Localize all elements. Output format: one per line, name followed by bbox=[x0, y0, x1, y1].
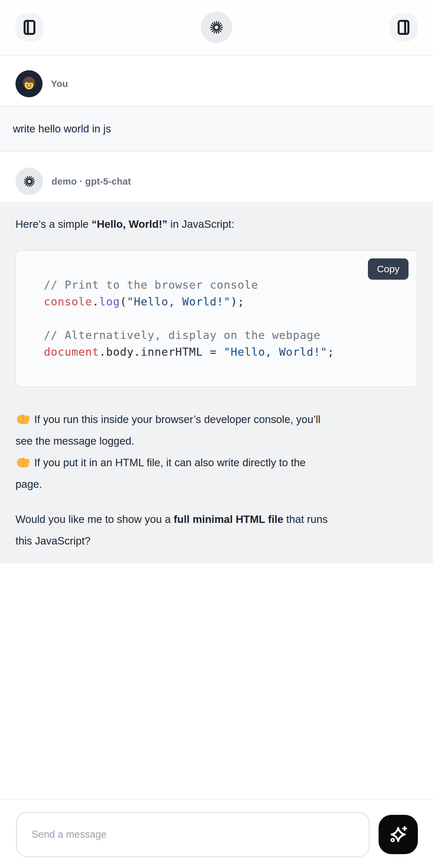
pointing-right-emoji bbox=[16, 411, 30, 426]
panel-right-icon bbox=[395, 18, 412, 37]
starburst-icon bbox=[23, 175, 36, 188]
assistant-message-body: Here’s a simple “Hello, World!” in JavaS… bbox=[0, 202, 433, 563]
starburst-icon bbox=[209, 20, 224, 35]
assistant-message-header: demo · gpt-5-chat bbox=[0, 167, 433, 195]
user-message-header: You bbox=[0, 70, 433, 97]
top-bar bbox=[0, 0, 433, 55]
person-emoji-icon bbox=[20, 74, 38, 93]
sidebar-toggle-button[interactable] bbox=[16, 13, 43, 41]
message-input[interactable] bbox=[16, 812, 370, 857]
composer bbox=[0, 799, 433, 868]
assistant-intro-text: Here’s a simple “Hello, World!” in JavaS… bbox=[16, 217, 417, 231]
user-message-bubble: write hello world in js bbox=[0, 106, 433, 152]
user-sender-label: You bbox=[51, 79, 68, 89]
assistant-message: demo · gpt-5-chat Here’s a simple “Hello… bbox=[0, 152, 433, 563]
panel-left-icon bbox=[21, 18, 38, 37]
code-block: Copy // Print to the browser consolecons… bbox=[16, 250, 417, 387]
assistant-paragraph-tips: If you run this inside your browser’s de… bbox=[16, 408, 417, 495]
user-message: You write hello world in js bbox=[0, 55, 433, 152]
assistant-sender-label: demo · gpt-5-chat bbox=[52, 176, 131, 187]
pointing-right-emoji bbox=[16, 455, 30, 469]
assistant-avatar bbox=[16, 167, 43, 195]
code-content: // Print to the browser consoleconsole.l… bbox=[16, 251, 417, 360]
model-logo-button[interactable] bbox=[201, 11, 232, 43]
user-message-text: write hello world in js bbox=[13, 123, 111, 135]
chat-app-window: You write hello world in js demo · gpt-5… bbox=[0, 0, 433, 868]
send-button[interactable] bbox=[378, 815, 418, 854]
user-avatar bbox=[16, 70, 42, 97]
copy-button[interactable]: Copy bbox=[368, 258, 408, 280]
sparkle-send-icon bbox=[388, 824, 409, 845]
assistant-paragraph-followup: Would you like me to show you a full min… bbox=[16, 508, 417, 552]
right-panel-toggle-button[interactable] bbox=[390, 13, 417, 41]
chat-scroll-area: You write hello world in js demo · gpt-5… bbox=[0, 55, 433, 799]
